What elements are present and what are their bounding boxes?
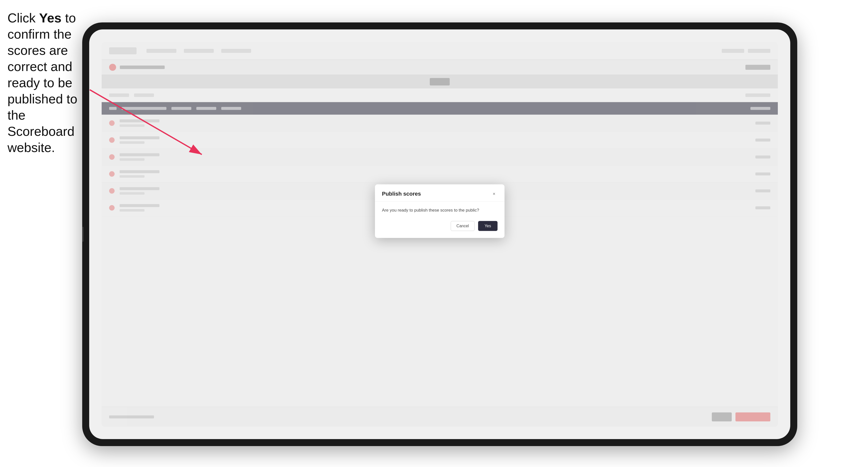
modal-body: Are you ready to publish these scores to… bbox=[375, 201, 504, 238]
tablet-device: Publish scores × Are you ready to publis… bbox=[82, 23, 797, 446]
tablet-side-button bbox=[82, 227, 84, 242]
instruction-prefix: Click bbox=[7, 11, 39, 25]
cancel-button[interactable]: Cancel bbox=[451, 221, 475, 231]
modal-message: Are you ready to publish these scores to… bbox=[382, 207, 498, 214]
instruction-bold: Yes bbox=[39, 11, 62, 25]
yes-button[interactable]: Yes bbox=[478, 221, 498, 231]
screen: Publish scores × Are you ready to publis… bbox=[102, 42, 778, 427]
instruction-suffix: to confirm the scores are correct and re… bbox=[7, 11, 77, 155]
publish-scores-dialog: Publish scores × Are you ready to publis… bbox=[375, 184, 504, 238]
modal-close-button[interactable]: × bbox=[491, 190, 498, 197]
instruction-text: Click Yes to confirm the scores are corr… bbox=[7, 10, 80, 156]
modal-header: Publish scores × bbox=[375, 184, 504, 201]
tablet-inner: Publish scores × Are you ready to publis… bbox=[89, 29, 790, 439]
modal-title: Publish scores bbox=[382, 191, 421, 197]
modal-actions: Cancel Yes bbox=[382, 221, 498, 231]
